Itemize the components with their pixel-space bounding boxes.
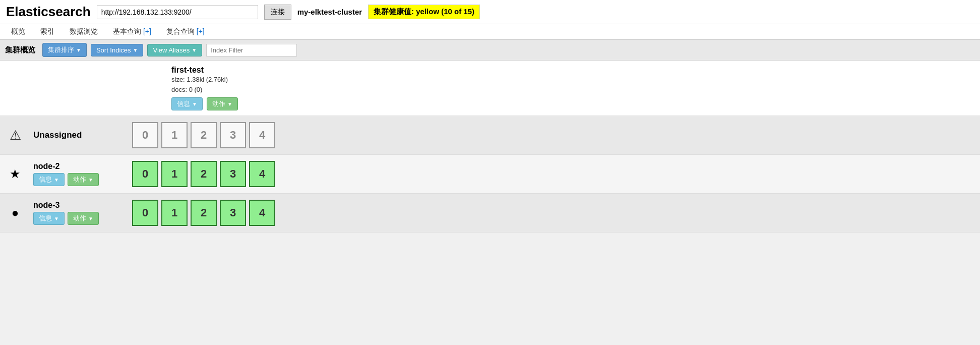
chevron-down-icon: ▼ [76,47,81,53]
shard-box-4: 4 [249,122,275,148]
header: Elasticsearch 连接 my-elktest-cluster 集群健康… [0,0,980,24]
node3-shard-3: 3 [220,200,246,226]
cluster-name: my-elktest-cluster [297,8,362,16]
node2-action-button[interactable]: 动作 ▼ [68,173,99,186]
unassigned-label: Unassigned [33,130,124,140]
chevron-down-icon3: ▼ [192,47,197,53]
chevron-down-icon8: ▼ [54,216,59,221]
nav-tabs: 概览 索引 数据浏览 基本查询 [+] 复合查询 [+] [0,24,980,40]
node-row-node2: ★ node-2 信息 ▼ 动作 ▼ 0 1 2 3 4 [0,155,980,194]
shard-box-1: 1 [161,122,188,148]
chevron-down-icon7: ▼ [88,177,93,183]
node3-name: node-3 [33,201,124,210]
node2-shard-1: 1 [161,161,188,187]
node3-info-label: 信息 [39,214,52,223]
chevron-down-icon9: ▼ [88,216,93,221]
node3-action-button[interactable]: 动作 ▼ [68,212,99,225]
main-content: first-test size: 1.38ki (2.76ki) docs: 0… [0,61,980,233]
node2-shard-2: 2 [191,161,217,187]
chevron-down-icon5: ▼ [227,101,232,107]
index-actions: 信息 ▼ 动作 ▼ [171,97,975,110]
unassigned-shards: 0 1 2 3 4 [132,122,275,148]
node3-shard-4: 4 [249,200,275,226]
tab-index[interactable]: 索引 [33,24,62,39]
tab-overview[interactable]: 概览 [4,24,32,39]
node3-action-label: 动作 [73,214,86,223]
tab-basic-query[interactable]: 基本查询 [+] [106,24,158,39]
cluster-sort-label: 集群排序 [48,45,74,54]
node2-shard-3: 3 [220,161,246,187]
health-badge: 集群健康值: yellow (10 of 15) [368,5,480,19]
node3-buttons: 信息 ▼ 动作 ▼ [33,212,124,225]
node3-shard-2: 2 [191,200,217,226]
index-docs: docs: 0 (0) [171,85,975,95]
cluster-sort-button[interactable]: 集群排序 ▼ [42,43,87,57]
node2-info-button[interactable]: 信息 ▼ [33,173,65,186]
tab-complex-query[interactable]: 复合查询 [+] [159,24,212,39]
index-size: size: 1.38ki (2.76ki) [171,75,975,85]
warning-icon: ⚠ [5,128,25,143]
index-action-button[interactable]: 动作 ▼ [207,97,238,110]
node2-shards: 0 1 2 3 4 [132,161,275,187]
toolbar: 集群概览 集群排序 ▼ Sort Indices ▼ View Aliases … [0,40,980,61]
node3-circle-icon: ● [5,206,25,220]
section-label: 集群概览 [5,45,35,55]
url-input[interactable] [97,5,258,19]
node3-shard-1: 1 [161,200,188,226]
app-title: Elasticsearch [6,4,91,20]
node2-info: node-2 信息 ▼ 动作 ▼ [33,162,124,186]
view-aliases-button[interactable]: View Aliases ▼ [147,44,202,56]
plus-icon: [+] [143,27,151,35]
index-info-row: first-test size: 1.38ki (2.76ki) docs: 0… [0,61,980,116]
node-row-node3: ● node-3 信息 ▼ 动作 ▼ 0 1 2 3 4 [0,194,980,233]
node3-info: node-3 信息 ▼ 动作 ▼ [33,201,124,225]
node3-info-button[interactable]: 信息 ▼ [33,212,65,225]
connect-button[interactable]: 连接 [264,5,291,20]
index-filter-input[interactable] [206,44,297,56]
node3-shards: 0 1 2 3 4 [132,200,275,226]
chevron-down-icon2: ▼ [133,47,138,53]
node2-star-icon: ★ [5,167,25,181]
plus-icon2: [+] [197,27,205,35]
node2-buttons: 信息 ▼ 动作 ▼ [33,173,124,186]
index-info-button[interactable]: 信息 ▼ [171,97,203,110]
shard-box-0: 0 [132,122,158,148]
view-aliases-label: View Aliases [153,46,190,54]
node2-info-label: 信息 [39,175,52,184]
sort-indices-button[interactable]: Sort Indices ▼ [91,44,144,56]
sort-indices-label: Sort Indices [96,46,131,54]
index-info-label: 信息 [177,99,190,108]
tab-data-browser[interactable]: 数据浏览 [63,24,105,39]
node2-shard-4: 4 [249,161,275,187]
node2-name: node-2 [33,162,124,171]
chevron-down-icon6: ▼ [54,177,59,183]
index-action-label: 动作 [212,99,225,108]
node2-action-label: 动作 [73,175,86,184]
chevron-down-icon4: ▼ [192,101,197,107]
index-name: first-test [171,66,975,75]
unassigned-row: ⚠ Unassigned 0 1 2 3 4 [0,116,980,155]
node2-shard-0: 0 [132,161,158,187]
node3-shard-0: 0 [132,200,158,226]
shard-box-3: 3 [220,122,246,148]
shard-box-2: 2 [191,122,217,148]
